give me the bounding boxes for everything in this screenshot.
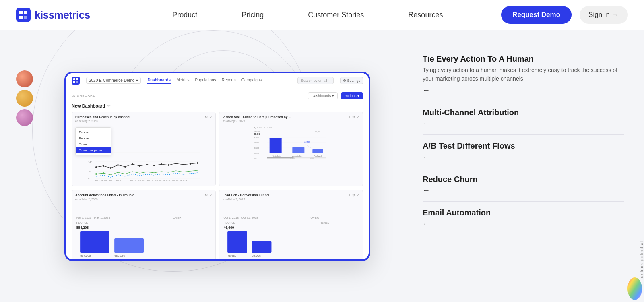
svg-rect-90 <box>252 241 272 253</box>
svg-text:PEOPLE: PEOPLE <box>223 221 235 224</box>
chart-4-settings-icon[interactable]: ⚙ <box>352 193 355 197</box>
svg-text:90,406: 90,406 <box>254 133 260 135</box>
request-demo-button[interactable]: Request Demo <box>501 6 572 24</box>
svg-point-25 <box>153 165 155 166</box>
sphere-red <box>16 70 33 87</box>
svg-rect-8 <box>76 81 78 83</box>
dashboard-actions: Dashboards ▾ Actions ▾ <box>308 92 363 99</box>
tab-dashboards[interactable]: Dashboards <box>147 77 171 84</box>
bar-chart-svg-4: Oct 1, 2018 - Oct 31, 2018 PEOPLE 46,660… <box>223 205 359 261</box>
svg-rect-75 <box>267 157 294 158</box>
workspace-selector[interactable]: 2020 E-Commerce Demo ▾ <box>86 77 141 84</box>
svg-text:884,208: 884,208 <box>76 225 89 229</box>
svg-text:OVER: OVER <box>173 216 182 219</box>
tab-metrics[interactable]: Metrics <box>176 77 189 84</box>
feature-item-multi-channel[interactable]: Multi-Channel Attribution ← <box>423 101 624 135</box>
chart-2-title: Visited Site | Added to Cart | Purchased… <box>223 115 359 119</box>
feature-item-reduce-churn[interactable]: Reduce Churn ← <box>423 168 624 202</box>
svg-text:PEOPLE: PEOPLE <box>76 221 88 224</box>
chart-3-expand-icon[interactable]: ⤢ <box>209 193 212 197</box>
dashboard-search[interactable]: Search by email <box>297 77 334 84</box>
svg-text:70: 70 <box>88 170 91 173</box>
dashboard-title: New Dashboard <box>72 103 105 108</box>
workspace-chevron: ▾ <box>136 78 138 83</box>
svg-point-27 <box>168 164 169 166</box>
svg-text:Apr 23: Apr 23 <box>163 179 170 181</box>
svg-rect-6 <box>76 78 78 80</box>
svg-text:884,208: 884,208 <box>80 254 91 258</box>
tab-campaigns[interactable]: Campaigns <box>242 77 262 84</box>
svg-rect-62 <box>270 138 282 153</box>
dropdown-people[interactable]: People <box>76 129 111 135</box>
chart-2-add-icon[interactable]: + <box>349 115 351 119</box>
svg-text:Purchased: Purchased <box>314 155 322 157</box>
feature-item-email-automation[interactable]: Email Automation ← <box>423 202 624 235</box>
chart-2-expand-icon[interactable]: ⤢ <box>357 115 359 119</box>
dropdown-people-2[interactable]: People <box>76 135 111 141</box>
vertical-label-container: unlock potential <box>632 238 644 302</box>
svg-point-32 <box>95 173 97 175</box>
feature-item-ab-test[interactable]: A/B Test Different Flows ← <box>423 135 624 168</box>
nav-product[interactable]: Product <box>150 11 219 19</box>
logo[interactable]: kissmetrics <box>16 8 90 22</box>
feature-arrow-2: ← <box>423 120 624 128</box>
feature-arrow-5: ← <box>423 220 624 228</box>
chart-1-settings-icon[interactable]: ⚙ <box>205 115 208 119</box>
dropdown-times[interactable]: Times <box>76 141 111 147</box>
nav-customer-stories[interactable]: Customer Stories <box>286 11 386 19</box>
dashboard-header: 2020 E-Commerce Demo ▾ Dashboards Metric… <box>66 73 369 88</box>
tab-reports[interactable]: Reports <box>222 77 236 84</box>
svg-text:46,660: 46,660 <box>223 225 234 229</box>
svg-text:PEOPLE: PEOPLE <box>254 130 260 132</box>
feature-title-4: Reduce Churn <box>423 175 624 184</box>
left-panel: 2020 E-Commerce Demo ▾ Dashboards Metric… <box>0 30 411 302</box>
svg-text:45,204: 45,204 <box>254 147 259 149</box>
rainbow-gem <box>626 276 644 302</box>
signin-arrow-icon: → <box>612 11 619 19</box>
chart-1-expand-icon[interactable]: ⤢ <box>209 115 212 119</box>
dashboards-dropdown-btn[interactable]: Dashboards ▾ <box>308 92 338 99</box>
svg-text:34,995: 34,995 <box>252 254 261 258</box>
svg-point-31 <box>197 162 198 164</box>
svg-text:n.n.: n.n. <box>254 157 257 159</box>
svg-text:6.3%: 6.3% <box>304 141 310 143</box>
chart-2-settings-icon[interactable]: ⚙ <box>352 115 355 119</box>
sign-in-button[interactable]: Sign In → <box>580 6 628 24</box>
edit-icon[interactable]: ✏ <box>107 104 111 108</box>
chart-4-expand-icon[interactable]: ⤢ <box>357 193 359 197</box>
dashboard-card: 2020 E-Commerce Demo ▾ Dashboards Metric… <box>64 72 370 261</box>
svg-text:46,660: 46,660 <box>227 254 236 258</box>
tab-populations[interactable]: Populations <box>195 77 216 84</box>
chart-4-add-icon[interactable]: + <box>349 193 351 197</box>
actions-dropdown-btn[interactable]: Actions ▾ <box>341 92 363 99</box>
feature-item-tie-every-action[interactable]: Tie Every Action To A Human Tying every … <box>423 46 624 101</box>
svg-rect-1 <box>19 11 23 14</box>
feature-arrow-1: ← <box>423 86 624 95</box>
chart-1-dropdown: People People Times Times per perso... <box>75 127 111 155</box>
feature-arrow-3: ← <box>423 153 624 161</box>
settings-button[interactable]: ⚙ Settings <box>340 77 363 84</box>
chart-1-add-icon[interactable]: + <box>201 115 203 119</box>
svg-point-28 <box>175 163 177 164</box>
svg-point-33 <box>103 172 104 174</box>
bar-chart-svg-2: Apr 2, 2023 - May 1, 2023 PEOPLE 90,406 … <box>223 126 359 159</box>
nav-pricing[interactable]: Pricing <box>219 11 286 19</box>
svg-point-18 <box>103 165 104 167</box>
workspace-name: 2020 E-Commerce Demo <box>89 78 134 83</box>
chart-3-add-icon[interactable]: + <box>201 193 203 197</box>
right-panel: Tie Every Action To A Human Tying every … <box>411 30 644 302</box>
logo-text: kissmetrics <box>35 9 90 21</box>
svg-text:140: 140 <box>88 161 93 163</box>
chart-panel-1: Purchases and Revenue by channel as of M… <box>72 112 216 186</box>
svg-line-66 <box>304 144 311 148</box>
svg-point-30 <box>190 163 191 165</box>
svg-rect-81 <box>114 238 144 253</box>
dropdown-times-per-person[interactable]: Times per perso... <box>76 147 111 153</box>
dashboard-logo <box>72 77 80 85</box>
chart-3-settings-icon[interactable]: ⚙ <box>205 193 208 197</box>
chart-panel-4: Lead Gen - Conversion Funnel as of May 2… <box>219 190 363 261</box>
svg-rect-4 <box>24 16 27 19</box>
svg-rect-80 <box>80 231 109 253</box>
svg-text:Apr 6: Apr 6 <box>109 179 114 181</box>
nav-resources[interactable]: Resources <box>386 11 465 19</box>
